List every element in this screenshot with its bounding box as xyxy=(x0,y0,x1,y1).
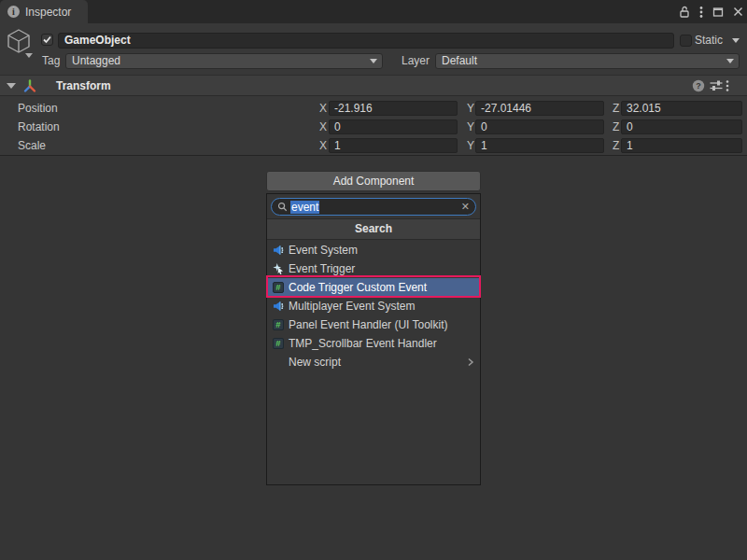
position-label: Position xyxy=(18,99,58,118)
item-label: Code Trigger Custom Event xyxy=(289,281,427,294)
position-x-field[interactable]: -21.916 xyxy=(329,101,458,116)
maximize-icon[interactable] xyxy=(712,4,724,21)
scale-row: Scale X 1 Y 1 Z 1 xyxy=(0,136,747,155)
axis-x-label: X xyxy=(319,118,327,136)
event-trigger-icon xyxy=(273,263,284,274)
layer-dropdown-caret xyxy=(726,59,734,63)
rotation-x-field[interactable]: 0 xyxy=(329,119,458,134)
axis-x-label: X xyxy=(319,99,327,118)
item-label: Event System xyxy=(289,244,358,257)
help-icon[interactable]: ? xyxy=(692,79,705,92)
clear-search-icon[interactable]: ✕ xyxy=(461,202,470,212)
event-system-icon xyxy=(273,301,284,312)
component-kebab-icon[interactable] xyxy=(726,79,729,92)
info-icon: i xyxy=(7,6,20,18)
foldout-arrow-icon[interactable] xyxy=(7,83,16,89)
gameobject-icon-caret[interactable] xyxy=(25,53,33,58)
item-label: New script xyxy=(289,356,341,369)
list-item-multiplayer-event-system[interactable]: Multiplayer Event System xyxy=(267,297,480,315)
close-icon[interactable] xyxy=(733,4,743,21)
item-label: Event Trigger xyxy=(289,262,355,275)
axis-z-label: Z xyxy=(613,136,619,155)
lock-icon[interactable] xyxy=(679,4,690,21)
add-component-button[interactable]: Add Component xyxy=(266,171,481,191)
transform-header[interactable]: Transform ? xyxy=(0,75,747,96)
axis-z-label: Z xyxy=(613,118,619,136)
presets-icon[interactable] xyxy=(710,80,723,91)
transform-title: Transform xyxy=(56,76,111,96)
titlebar-icons xyxy=(679,0,743,23)
scale-label: Scale xyxy=(18,136,46,155)
rotation-z-field[interactable]: 0 xyxy=(621,119,742,134)
csharp-script-icon: # xyxy=(273,319,284,330)
tag-label: Tag xyxy=(42,53,60,69)
rotation-y-field[interactable]: 0 xyxy=(475,119,604,134)
gameobject-name-field[interactable]: GameObject xyxy=(58,33,674,49)
unity-inspector-window: { "window": { "tab_label": "Inspector" }… xyxy=(0,0,747,560)
tab-bar: i Inspector xyxy=(0,0,747,23)
tag-dropdown-caret xyxy=(370,59,377,63)
svg-text:#: # xyxy=(275,338,281,348)
component-list: Event System Event Trigger # Code Trigge… xyxy=(267,241,480,371)
list-item-event-trigger[interactable]: Event Trigger xyxy=(267,259,480,278)
csharp-script-icon: # xyxy=(273,338,284,349)
list-item-new-script[interactable]: New script xyxy=(267,353,480,371)
gameobject-header: GameObject Static Tag Untagged Layer Def… xyxy=(0,23,747,75)
scale-y-field[interactable]: 1 xyxy=(475,138,604,153)
rotation-row: Rotation X 0 Y 0 Z 0 xyxy=(0,118,747,136)
static-checkbox[interactable] xyxy=(680,35,692,47)
tag-dropdown[interactable]: Untagged xyxy=(65,53,383,69)
rotation-label: Rotation xyxy=(18,118,60,136)
kebab-menu-icon[interactable] xyxy=(699,4,703,21)
axis-z-label: Z xyxy=(613,99,619,118)
axis-y-label: Y xyxy=(467,136,474,155)
layer-label: Layer xyxy=(402,53,430,69)
icon-spacer xyxy=(273,357,284,368)
active-checkbox[interactable] xyxy=(41,34,53,46)
item-label: Multiplayer Event System xyxy=(289,300,415,313)
search-text-selected: event xyxy=(290,201,319,214)
svg-text:?: ? xyxy=(696,81,701,91)
search-section-header: Search xyxy=(267,218,480,240)
tab-label: Inspector xyxy=(25,6,71,19)
gameobject-cube-icon[interactable] xyxy=(5,27,33,55)
transform-body: Position X -21.916 Y -27.01446 Z 32.015 … xyxy=(0,96,747,156)
submenu-chevron-icon xyxy=(467,357,474,368)
axis-x-label: X xyxy=(319,136,327,155)
csharp-script-icon: # xyxy=(273,282,284,293)
layer-value: Default xyxy=(442,54,477,67)
add-component-popup: event ✕ Search Event System Event Trigge… xyxy=(266,193,481,485)
scale-x-field[interactable]: 1 xyxy=(329,138,458,153)
scale-z-field[interactable]: 1 xyxy=(621,138,742,153)
axis-y-label: Y xyxy=(467,118,474,136)
item-label: TMP_Scrollbar Event Handler xyxy=(289,337,437,350)
tag-value: Untagged xyxy=(72,54,120,67)
list-item-event-system[interactable]: Event System xyxy=(267,241,480,259)
component-search-input[interactable]: event ✕ xyxy=(271,198,476,216)
tab-inspector[interactable]: i Inspector xyxy=(0,0,88,23)
list-item-tmp-scrollbar-event-handler[interactable]: # TMP_Scrollbar Event Handler xyxy=(267,334,480,353)
svg-text:#: # xyxy=(275,319,281,329)
static-dropdown-caret[interactable] xyxy=(732,38,740,43)
axis-y-label: Y xyxy=(467,99,474,118)
static-label: Static xyxy=(695,34,723,48)
position-y-field[interactable]: -27.01446 xyxy=(475,101,604,116)
position-row: Position X -21.916 Y -27.01446 Z 32.015 xyxy=(0,99,747,118)
svg-text:#: # xyxy=(275,282,281,292)
list-item-panel-event-handler[interactable]: # Panel Event Handler (UI Toolkit) xyxy=(267,315,480,334)
item-label: Panel Event Handler (UI Toolkit) xyxy=(289,318,448,331)
event-system-icon xyxy=(273,245,284,256)
transform-icon xyxy=(22,78,37,93)
search-icon xyxy=(277,202,288,212)
layer-dropdown[interactable]: Default xyxy=(435,53,740,69)
list-item-code-trigger-custom-event[interactable]: # Code Trigger Custom Event xyxy=(267,278,480,297)
position-z-field[interactable]: 32.015 xyxy=(621,101,742,116)
